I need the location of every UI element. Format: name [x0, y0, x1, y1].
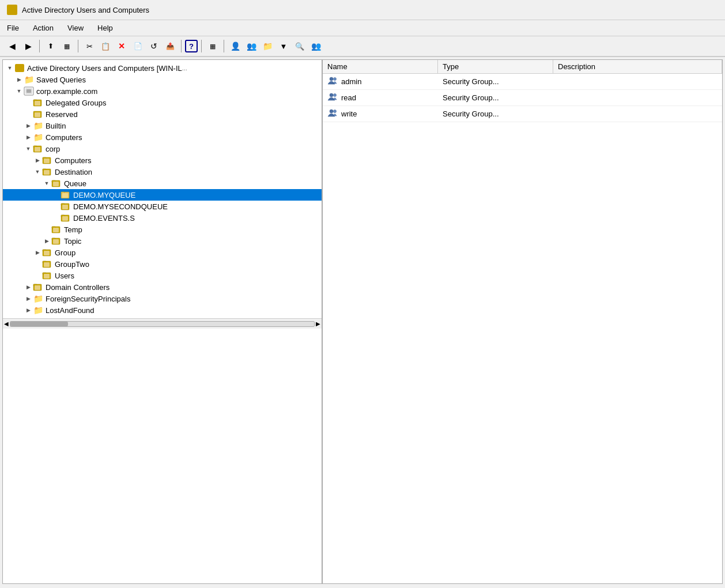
users-label: Users	[55, 272, 74, 280]
demo-events-label: DEMO.EVENTS.S	[73, 214, 135, 223]
tree: ▼ Active Directory Users and Computers […	[3, 60, 322, 318]
list-item-read[interactable]: read Security Group...	[323, 90, 722, 106]
dc-expander[interactable]: ▶	[24, 282, 33, 292]
read-name-cell: read	[323, 90, 438, 105]
refresh-button[interactable]: ↺	[146, 39, 161, 54]
list-header: Name Type Description	[323, 60, 722, 74]
domain-expander[interactable]: ▼	[14, 86, 24, 96]
destination-label: Destination	[55, 168, 92, 176]
corp-computers-expander[interactable]: ▶	[33, 156, 42, 165]
scroll-thumb[interactable]	[10, 322, 68, 326]
saved-queries-expander[interactable]: ▶	[14, 75, 24, 84]
svg-rect-17	[44, 170, 50, 175]
tree-topic[interactable]: ▶ Topic	[3, 235, 322, 247]
list-pane: Name Type Description admin Security Gro…	[323, 60, 722, 583]
menu-help[interactable]: Help	[95, 22, 115, 33]
tree-corp-ou[interactable]: ▼ corp	[3, 143, 322, 154]
svg-point-48	[330, 77, 333, 81]
col-type[interactable]: Type	[438, 60, 553, 73]
tree-saved-queries[interactable]: ▶ 📁 Saved Queries	[3, 74, 322, 85]
copy-button[interactable]: 📋	[98, 39, 113, 54]
admin-desc-cell	[553, 74, 722, 89]
queue-expander[interactable]: ▼	[42, 179, 51, 188]
trust-button[interactable]: 👥	[308, 39, 323, 54]
temp-label: Temp	[64, 225, 82, 234]
menu-view[interactable]: View	[65, 22, 86, 33]
foreign-expander[interactable]: ▶	[24, 294, 33, 303]
forward-button[interactable]: ▶	[21, 39, 36, 54]
corp-ou-label: corp	[46, 145, 60, 153]
tree-computers-top[interactable]: ▶ 📁 Computers	[3, 131, 322, 143]
delegated-groups-expander	[24, 98, 33, 107]
group-button[interactable]: 👥	[244, 39, 259, 54]
write-name: write	[341, 110, 357, 118]
menu-file[interactable]: File	[5, 22, 21, 33]
tree-group-two[interactable]: GroupTwo	[3, 258, 322, 270]
topic-expander[interactable]: ▶	[42, 236, 51, 246]
cut-button[interactable]: ✂	[82, 39, 97, 54]
domain-label: corp.example.com	[36, 87, 97, 96]
scroll-left-btn[interactable]: ◀	[4, 321, 9, 327]
user-button[interactable]: 👤	[228, 39, 243, 54]
tree-demo-mysecondqueue[interactable]: DEMO.MYSECONDQUEUE	[3, 201, 322, 212]
svg-point-52	[330, 110, 333, 113]
up-button[interactable]: ⬆	[43, 39, 58, 54]
col-description[interactable]: Description	[553, 60, 722, 73]
tree-queue[interactable]: ▼ Queue	[3, 178, 322, 189]
tree-destination[interactable]: ▼ Destination	[3, 166, 322, 178]
back-button[interactable]: ◀	[5, 39, 20, 54]
tree-demo-myqueue[interactable]: DEMO.MYQUEUE	[3, 189, 322, 201]
delegate-button[interactable]: ▦	[205, 39, 220, 54]
tree-foreign[interactable]: ▶ 📁 ForeignSecurityPrincipals	[3, 293, 322, 304]
demo-events-expander	[51, 213, 61, 223]
root-expander[interactable]: ▼	[5, 63, 14, 73]
find-button[interactable]: 🔍	[292, 39, 307, 54]
folder-button[interactable]: 📁	[260, 39, 275, 54]
list-item-admin[interactable]: admin Security Group...	[323, 74, 722, 90]
col-name[interactable]: Name	[323, 60, 438, 73]
help-button[interactable]: ?	[185, 40, 198, 52]
tree-reserved[interactable]: Reserved	[3, 108, 322, 120]
corp-ou-icon	[33, 144, 43, 153]
reserved-label: Reserved	[46, 110, 78, 119]
admin-name-cell: admin	[323, 74, 438, 89]
delete-button[interactable]: ✕	[114, 39, 129, 54]
svg-rect-14	[44, 159, 50, 163]
left-pane-scrollbar[interactable]: ◀ ▶	[3, 318, 322, 329]
show-standard-nodes-button[interactable]: ▦	[59, 39, 74, 54]
toolbar-sep-1	[39, 40, 40, 52]
builtin-expander[interactable]: ▶	[24, 121, 33, 130]
tree-delegated-groups[interactable]: Delegated Groups	[3, 97, 322, 108]
tree-root[interactable]: ▼ Active Directory Users and Computers […	[3, 62, 322, 74]
properties-button[interactable]: 📄	[130, 39, 145, 54]
list-item-write[interactable]: write Security Group...	[323, 106, 722, 122]
svg-rect-29	[62, 216, 68, 221]
laf-expander[interactable]: ▶	[24, 306, 33, 315]
read-desc-cell	[553, 90, 722, 105]
tree-builtin[interactable]: ▶ 📁 Builtin	[3, 120, 322, 131]
foreign-label: ForeignSecurityPrincipals	[46, 295, 130, 303]
toolbar: ◀ ▶ ⬆ ▦ ✂ 📋 ✕ 📄 ↺ 📤 ? ▦ 👤 👥 📁 ▼ 🔍 👥	[0, 36, 725, 57]
tree-domain-controllers[interactable]: ▶ Domain Controllers	[3, 281, 322, 293]
filter-button[interactable]: ▼	[276, 39, 291, 54]
group-expander[interactable]: ▶	[33, 248, 42, 257]
tree-group[interactable]: ▶ Group	[3, 247, 322, 258]
export-button[interactable]: 📤	[163, 39, 178, 54]
tree-domain[interactable]: ▼ corp.example.com	[3, 85, 322, 97]
tree-lost-and-found[interactable]: ▶ 📁 LostAndFound	[3, 304, 322, 316]
scroll-right-btn[interactable]: ▶	[316, 321, 320, 327]
tree-temp[interactable]: Temp	[3, 224, 322, 235]
root-label-suffix: ...	[182, 65, 187, 71]
reserved-icon	[33, 110, 43, 119]
destination-expander[interactable]: ▼	[33, 167, 42, 176]
corp-ou-expander[interactable]: ▼	[24, 144, 33, 153]
tree-demo-events[interactable]: DEMO.EVENTS.S	[3, 212, 322, 224]
menu-action[interactable]: Action	[31, 22, 56, 33]
tree-users[interactable]: Users	[3, 270, 322, 281]
tree-corp-computers[interactable]: ▶ Computers	[3, 154, 322, 166]
scroll-track[interactable]	[10, 321, 315, 327]
grouptwo-expander	[33, 259, 42, 269]
computers-top-label: Computers	[46, 133, 82, 142]
computers-top-expander[interactable]: ▶	[24, 133, 33, 142]
saved-queries-label: Saved Queries	[36, 76, 86, 84]
